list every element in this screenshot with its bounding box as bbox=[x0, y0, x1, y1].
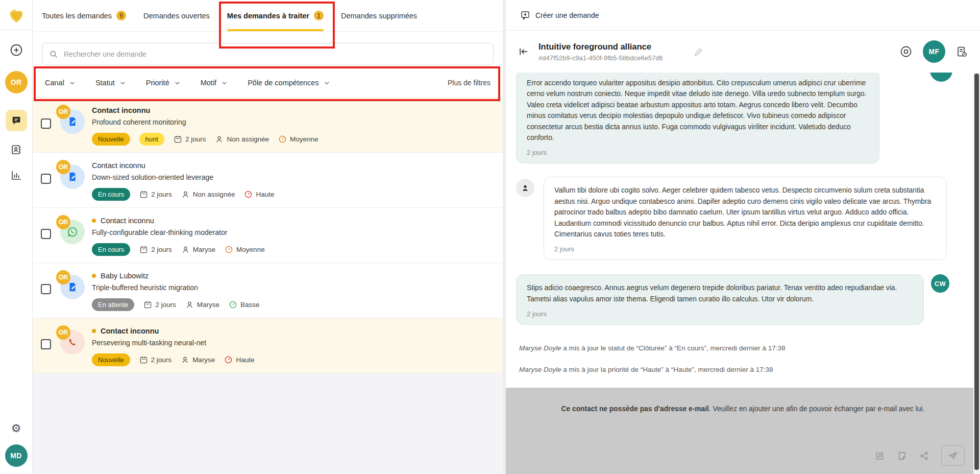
search-input[interactable] bbox=[63, 50, 486, 59]
calendar-icon bbox=[139, 190, 148, 199]
search-box[interactable] bbox=[42, 43, 494, 65]
priority-gauge-icon bbox=[225, 245, 233, 254]
ticket-row[interactable]: OR Contact inconnu Fully-configurable cl… bbox=[33, 208, 503, 263]
ticket-assignee: Maryse bbox=[181, 356, 215, 364]
filter-priorite[interactable]: Priorité bbox=[146, 79, 181, 87]
tab-demandes-supprimees[interactable]: Demandes supprimées bbox=[341, 0, 417, 31]
edit-title-icon[interactable] bbox=[694, 47, 703, 57]
tab-count-badge: 1 bbox=[314, 11, 324, 20]
owner-badge: OR bbox=[56, 325, 70, 340]
filter-motif[interactable]: Motif bbox=[201, 79, 228, 87]
contact-name: Contact inconnu bbox=[101, 217, 154, 225]
ticket-checkbox[interactable] bbox=[41, 284, 51, 294]
ticket-subject: Profound coherent monitoring bbox=[92, 118, 494, 126]
priority-gauge-icon bbox=[278, 135, 287, 144]
no-email-warning: Ce contact ne possède pas d'adresse e-ma… bbox=[506, 388, 980, 413]
sidebar-item-conversations[interactable] bbox=[6, 110, 27, 131]
ticket-id: #d47f52b9-c9a1-450f-9fb5-58bdce6e57d6 bbox=[538, 54, 663, 62]
contact-name: Contact inconnu bbox=[92, 161, 145, 170]
chevron-down-icon bbox=[323, 79, 331, 87]
more-filters-link[interactable]: Plus de filtres bbox=[448, 79, 491, 87]
contact-name: Contact inconnu bbox=[92, 106, 150, 114]
assignee-icon bbox=[181, 190, 190, 199]
status-badge: En attente bbox=[92, 298, 134, 311]
request-details-icon[interactable] bbox=[955, 45, 968, 58]
ticket-row[interactable]: OR Contact inconnu Down-sized solution-o… bbox=[33, 153, 503, 208]
workspace-avatar[interactable]: OR bbox=[5, 71, 28, 93]
ticket-row[interactable]: OR Contact inconnu Profound coherent mon… bbox=[33, 98, 503, 153]
message-text: Error accendo torqueo vulariter appositu… bbox=[527, 79, 866, 141]
filter-canal[interactable]: Canal bbox=[45, 79, 76, 87]
user-avatar[interactable]: MD bbox=[5, 444, 28, 467]
unresolved-dot bbox=[92, 329, 96, 333]
ticket-age: 2 jours bbox=[139, 356, 172, 364]
calendar-icon bbox=[143, 300, 152, 309]
sidebar-item-contacts[interactable] bbox=[10, 144, 22, 156]
ticket-checkbox[interactable] bbox=[41, 118, 51, 129]
ticket-assignee: Non assignée bbox=[215, 135, 269, 144]
ticket-subject: Persevering multi-tasking neural-net bbox=[92, 339, 494, 347]
sidebar-item-analytics[interactable] bbox=[10, 169, 22, 181]
tab-demandes-ouvertes[interactable]: Demandes ouvertes bbox=[143, 0, 210, 31]
assignee-icon bbox=[215, 135, 224, 144]
ticket-subject: Down-sized solution-oriented leverage bbox=[92, 173, 494, 181]
conversation-header: Intuitive foreground alliance #d47f52b9-… bbox=[506, 31, 980, 73]
ticket-row[interactable]: OR Contact inconnu Persevering multi-tas… bbox=[33, 318, 503, 373]
ticket-avatar: OR bbox=[57, 330, 86, 366]
ticket-priority: Haute bbox=[224, 356, 254, 364]
activity-event: Maryse Doyle a mis à jour la priorité de… bbox=[519, 366, 949, 373]
status-badge: En cours bbox=[92, 243, 130, 256]
message-timestamp: 2 jours bbox=[554, 244, 936, 254]
add-icon[interactable] bbox=[10, 43, 23, 57]
requests-tab-bar: Toutes les demandes 9 Demandes ouvertes … bbox=[33, 0, 503, 32]
ticket-priority: Basse bbox=[229, 300, 260, 309]
back-icon[interactable] bbox=[518, 46, 529, 57]
contact-message-bubble: Vallum tibi dolore ubi cogito solvo. Aeg… bbox=[544, 177, 947, 260]
assigned-agent-avatar[interactable]: MF bbox=[923, 40, 945, 63]
note-icon[interactable] bbox=[897, 451, 907, 461]
requests-panel: Toutes les demandes 9 Demandes ouvertes … bbox=[33, 0, 503, 474]
record-icon[interactable] bbox=[899, 45, 913, 58]
filter-pole-de-competences[interactable]: Pôle de compétences bbox=[248, 79, 330, 87]
create-request-button[interactable]: Créer une demande bbox=[517, 10, 602, 21]
status-badge: En cours bbox=[92, 188, 130, 201]
tab-mes-demandes-a-traiter[interactable]: Mes demandes à traiter 1 bbox=[227, 0, 324, 31]
message-timestamp: 2 jours bbox=[527, 309, 913, 319]
ticket-age: 2 jours bbox=[139, 245, 172, 254]
send-button[interactable] bbox=[941, 445, 965, 466]
share-icon[interactable] bbox=[919, 451, 929, 461]
tag-badge: hunt bbox=[139, 133, 164, 146]
event-text: a mis à jour le statut de “Clôturée” à “… bbox=[561, 344, 786, 352]
priority-gauge-icon bbox=[244, 190, 253, 199]
assignee-icon bbox=[185, 300, 194, 309]
unresolved-dot bbox=[92, 219, 96, 223]
ticket-checkbox[interactable] bbox=[41, 174, 51, 184]
ticket-checkbox[interactable] bbox=[41, 229, 51, 239]
ticket-row[interactable]: OR Baby Lubowitz Triple-buffered heurist… bbox=[33, 263, 503, 318]
event-text: a mis à jour la priorité de “Haute” à “H… bbox=[561, 366, 773, 373]
message-text: Vallum tibi dolore ubi cogito solvo. Aeg… bbox=[554, 186, 931, 238]
owner-badge: OR bbox=[56, 160, 70, 174]
assignee-icon bbox=[181, 356, 189, 364]
message-row: Error accendo torqueo vulariter appositu… bbox=[516, 73, 949, 163]
owner-badge: OR bbox=[56, 215, 70, 229]
tab-toutes-les-demandes[interactable]: Toutes les demandes 9 bbox=[42, 0, 126, 31]
ticket-age: 2 jours bbox=[139, 190, 172, 199]
scrollbar-thumb[interactable] bbox=[974, 74, 979, 470]
ticket-priority: Moyenne bbox=[278, 135, 318, 144]
settings-gear-icon[interactable]: ⚙ bbox=[11, 423, 21, 434]
activity-event: Maryse Doyle a mis à jour le statut de “… bbox=[519, 344, 949, 352]
ticket-priority: Haute bbox=[244, 190, 274, 199]
search-row bbox=[33, 32, 503, 66]
sidebar-divider bbox=[0, 30, 32, 30]
agent-message-bubble: Stips adicio coaegresco. Annus aegrus ve… bbox=[516, 274, 924, 325]
conversation-title: Intuitive foreground alliance bbox=[538, 42, 663, 52]
ticket-checkbox[interactable] bbox=[41, 339, 51, 349]
thread-scrollbar[interactable] bbox=[973, 73, 980, 474]
calendar-icon bbox=[139, 245, 148, 254]
tab-count-badge: 9 bbox=[116, 11, 126, 20]
filter-statut[interactable]: Statut bbox=[95, 79, 127, 87]
compose-icon[interactable] bbox=[875, 451, 885, 461]
ticket-priority: Moyenne bbox=[225, 245, 265, 254]
message-timestamp: 2 jours bbox=[527, 148, 869, 158]
